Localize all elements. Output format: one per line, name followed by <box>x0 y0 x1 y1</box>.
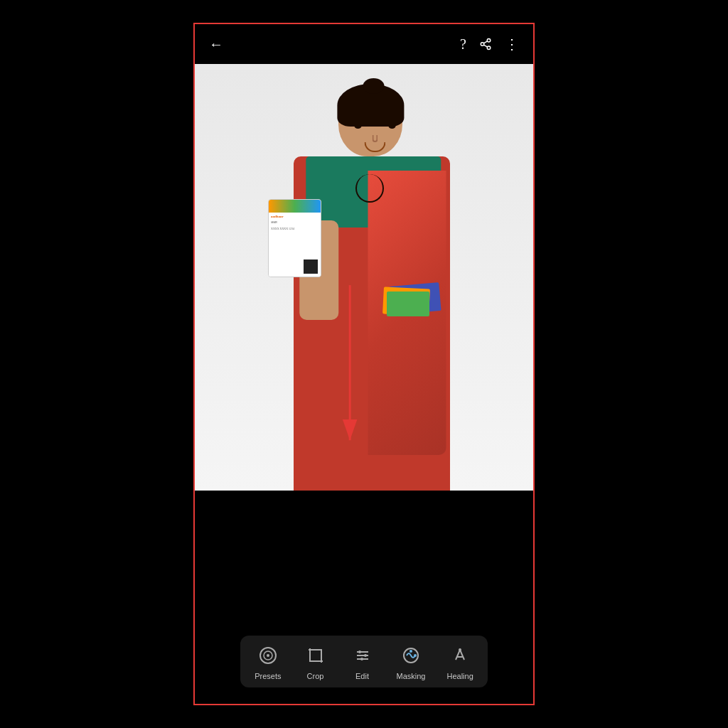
nose <box>372 135 378 142</box>
photo-background: aadhaar आधार XXXX XXXX 1234 <box>195 64 533 491</box>
svg-point-19 <box>414 654 417 657</box>
svg-point-0 <box>487 39 491 43</box>
edit-icon <box>350 643 375 668</box>
back-button[interactable]: ← <box>209 36 223 53</box>
svg-point-14 <box>358 651 361 653</box>
tool-crop[interactable]: Crop <box>303 643 328 680</box>
svg-point-18 <box>410 650 412 653</box>
more-button[interactable]: ⋮ <box>505 36 519 53</box>
masking-label: Masking <box>397 672 426 680</box>
tool-healing[interactable]: Healing <box>446 643 473 680</box>
healing-icon <box>447 643 473 668</box>
books <box>383 284 447 320</box>
card-stripe <box>269 200 321 213</box>
app-container: ← ? ⋮ <box>193 23 535 705</box>
toolbar-inner: Presets Crop <box>240 636 488 687</box>
smile <box>364 142 385 152</box>
card-qr <box>304 259 318 274</box>
hair-bun <box>363 78 385 94</box>
top-bar-left: ← <box>209 36 223 53</box>
necklace <box>355 174 384 203</box>
svg-point-16 <box>360 658 363 660</box>
svg-line-3 <box>483 45 487 47</box>
svg-point-9 <box>267 654 269 657</box>
top-bar-right: ? ⋮ <box>460 36 519 53</box>
help-button[interactable]: ? <box>460 36 466 53</box>
masking-icon <box>398 643 424 668</box>
presets-icon <box>255 643 281 668</box>
svg-point-1 <box>481 43 484 46</box>
photo-content: aadhaar आधार XXXX XXXX 1234 <box>195 64 533 491</box>
tool-presets[interactable]: Presets <box>255 643 281 680</box>
tool-edit[interactable]: Edit <box>350 643 375 680</box>
eye-left <box>354 124 361 129</box>
book3 <box>387 291 429 316</box>
edit-label: Edit <box>355 672 369 680</box>
image-area: aadhaar आधार XXXX XXXX 1234 <box>195 64 533 619</box>
crop-icon <box>303 643 328 668</box>
bottom-toolbar: Presets Crop <box>195 619 533 704</box>
photo-wrapper: aadhaar आधार XXXX XXXX 1234 <box>195 64 533 619</box>
aadhaar-card: aadhaar आधार XXXX XXXX 1234 <box>268 199 321 277</box>
svg-point-2 <box>487 46 491 50</box>
eye-right <box>388 124 395 129</box>
svg-point-20 <box>459 648 461 651</box>
svg-point-15 <box>364 654 367 657</box>
top-bar: ← ? ⋮ <box>195 24 533 64</box>
healing-label: Healing <box>446 672 473 680</box>
svg-line-4 <box>483 41 487 43</box>
share-button[interactable] <box>479 38 492 50</box>
tool-masking[interactable]: Masking <box>397 643 426 680</box>
svg-rect-10 <box>310 650 321 661</box>
crop-label: Crop <box>307 672 324 680</box>
presets-label: Presets <box>255 672 281 680</box>
face-detail <box>344 115 405 158</box>
